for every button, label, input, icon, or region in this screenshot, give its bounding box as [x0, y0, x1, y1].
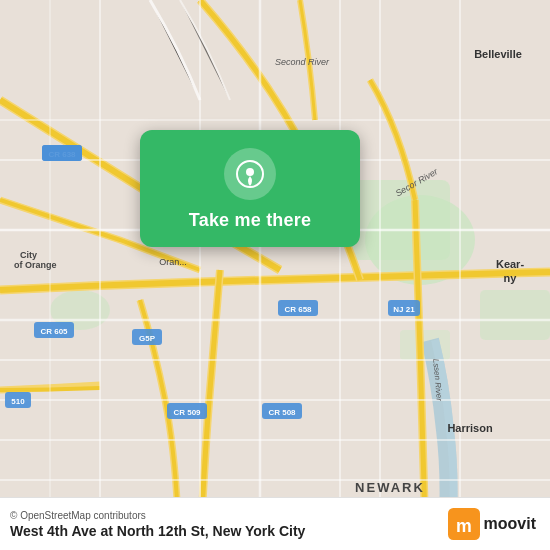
svg-text:of Orange: of Orange: [14, 260, 57, 270]
svg-text:CR 605: CR 605: [40, 327, 68, 336]
bottom-bar: © OpenStreetMap contributors West 4th Av…: [0, 497, 550, 550]
map-container: CR 638 CR 605 G5P CR 658 NJ 21 CR 509 CR…: [0, 0, 550, 550]
svg-rect-4: [480, 290, 550, 340]
map-svg: CR 638 CR 605 G5P CR 658 NJ 21 CR 509 CR…: [0, 0, 550, 550]
location-pin-icon: [236, 160, 264, 188]
take-me-there-button[interactable]: Take me there: [189, 210, 311, 231]
svg-text:City: City: [20, 250, 37, 260]
svg-text:Belleville: Belleville: [474, 48, 522, 60]
svg-text:CR 509: CR 509: [173, 408, 201, 417]
svg-text:Oran...: Oran...: [159, 257, 187, 267]
svg-text:m: m: [456, 516, 472, 536]
moovit-brand-text: moovit: [484, 515, 536, 533]
address-label: West 4th Ave at North 12th St, New York …: [10, 523, 305, 539]
svg-text:510: 510: [11, 397, 25, 406]
svg-text:CR 658: CR 658: [284, 305, 312, 314]
svg-text:NJ 21: NJ 21: [393, 305, 415, 314]
bottom-info: © OpenStreetMap contributors West 4th Av…: [10, 510, 305, 539]
svg-text:Second River: Second River: [275, 57, 330, 67]
moovit-icon: m: [448, 508, 480, 540]
location-icon-wrap: [224, 148, 276, 200]
svg-text:ny: ny: [504, 272, 518, 284]
svg-point-50: [246, 168, 254, 176]
svg-text:Harrison: Harrison: [447, 422, 493, 434]
moovit-logo: m moovit: [448, 508, 536, 540]
svg-text:NEWARK: NEWARK: [355, 480, 425, 495]
svg-text:Kear-: Kear-: [496, 258, 524, 270]
svg-text:G5P: G5P: [139, 334, 156, 343]
osm-credit: © OpenStreetMap contributors: [10, 510, 305, 521]
svg-rect-37: [42, 145, 82, 161]
popup-card: Take me there: [140, 130, 360, 247]
svg-text:CR 508: CR 508: [268, 408, 296, 417]
